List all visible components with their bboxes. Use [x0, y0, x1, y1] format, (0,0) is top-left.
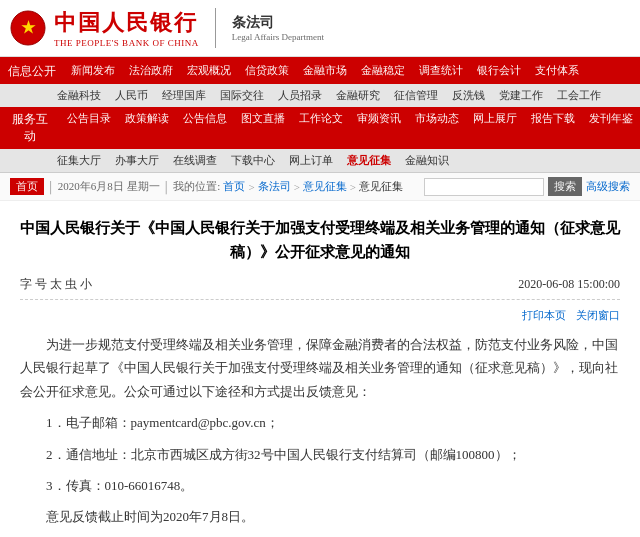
- breadcrumb-current: 意见征集: [359, 179, 403, 194]
- nav-item-rmb[interactable]: 人民币: [108, 84, 155, 107]
- body-item2: 2．通信地址：北京市西城区成方街32号中国人民银行支付结算司（邮编100800）…: [46, 443, 620, 466]
- search-area: 搜索 高级搜索: [424, 177, 630, 196]
- breadcrumb-link-home[interactable]: 首页: [223, 179, 245, 194]
- nav-item-fin-knowledge[interactable]: 金融知识: [398, 149, 456, 172]
- nav-item-audio[interactable]: 审频资讯: [350, 107, 408, 149]
- nav-item-news[interactable]: 新闻发布: [64, 59, 122, 84]
- breadcrumb-link-dept[interactable]: 条法司: [258, 179, 291, 194]
- adv-search-link[interactable]: 高级搜索: [586, 179, 630, 194]
- print-link[interactable]: 打印本页: [522, 308, 566, 323]
- search-input[interactable]: [424, 178, 544, 196]
- nav-item-report-dl[interactable]: 报告下载: [524, 107, 582, 149]
- bank-name-en: THE PEOPLE'S BANK OF CHINA: [54, 38, 199, 48]
- nav-item-aml[interactable]: 反洗钱: [445, 84, 492, 107]
- bank-name-block: 中国人民银行 THE PEOPLE'S BANK OF CHINA: [54, 8, 199, 48]
- nav-sub-items: 公告目录 政策解读 公告信息 图文直播 工作论文 审频资讯 市场动态 网上展厅 …: [60, 107, 640, 149]
- nav-item-online-survey[interactable]: 在线调查: [166, 149, 224, 172]
- breadcrumb-myloc: 我的位置:: [173, 179, 220, 194]
- nav-item-party[interactable]: 党建工作: [492, 84, 550, 107]
- nav-item-collect-hall[interactable]: 征集大厅: [50, 149, 108, 172]
- body-item1: 1．电子邮箱：paymentcard@pbc.gov.cn；: [46, 411, 620, 434]
- nav-row-3: 服务互动 公告目录 政策解读 公告信息 图文直播 工作论文 审频资讯 市场动态 …: [0, 107, 640, 149]
- breadcrumb-link-opinion1[interactable]: 意见征集: [303, 179, 347, 194]
- main-content: 中国人民银行关于《中国人民银行关于加强支付受理终端及相关业务管理的通知（征求意见…: [0, 201, 640, 537]
- nav-item-union[interactable]: 工会工作: [550, 84, 608, 107]
- search-button[interactable]: 搜索: [548, 177, 582, 196]
- breadcrumb-date: 2020年6月8日 星期一: [58, 179, 160, 194]
- nav-item-graphic[interactable]: 图文直播: [234, 107, 292, 149]
- page-header: ★ 中国人民银行 THE PEOPLE'S BANK OF CHINA 条法司 …: [0, 0, 640, 59]
- bank-emblem: ★: [10, 10, 46, 46]
- article-body: 为进一步规范支付受理终端及相关业务管理，保障金融消费者的合法权益，防范支付业务风…: [20, 333, 620, 537]
- nav-label-info: 信息公开: [0, 59, 64, 84]
- article-date: 2020-06-08 15:00:00: [518, 277, 620, 292]
- nav-item-intl[interactable]: 国际交往: [213, 84, 271, 107]
- nav-item-notice-info[interactable]: 公告信息: [176, 107, 234, 149]
- nav-item-catalog[interactable]: 公告目录: [60, 107, 118, 149]
- nav-row-4: 征集大厅 办事大厅 在线调查 下载中心 网上订单 意见征集 金融知识: [0, 149, 640, 172]
- nav-spacer2: [0, 149, 50, 172]
- nav-item-service-hall[interactable]: 办事大厅: [108, 149, 166, 172]
- breadcrumb-left: 首页 │ 2020年6月8日 星期一 │ 我的位置: 首页 > 条法司 > 意见…: [10, 178, 403, 195]
- header-divider: [215, 8, 216, 48]
- nav-item-online-hall[interactable]: 网上展厅: [466, 107, 524, 149]
- nav-wrapper: 信息公开 新闻发布 法治政府 宏观概况 信贷政策 金融市场 金融稳定 调查统计 …: [0, 59, 640, 173]
- dept-block: 条法司 Legal Affairs Department: [232, 14, 324, 42]
- nav-item-payment[interactable]: 支付体系: [528, 59, 586, 84]
- nav-item-opinion[interactable]: 意见征集: [340, 149, 398, 172]
- dept-name-en: Legal Affairs Department: [232, 32, 324, 42]
- nav-item-credit-mgmt[interactable]: 征信管理: [387, 84, 445, 107]
- nav-label-service: 服务互动: [0, 107, 60, 149]
- body-deadline: 意见反馈截止时间为2020年7月8日。: [20, 505, 620, 528]
- nav-spacer: [0, 84, 50, 107]
- article-actions: 打印本页 关闭窗口: [20, 308, 620, 323]
- nav-item-download[interactable]: 下载中心: [224, 149, 282, 172]
- article-num: 字 号 太 虫 小: [20, 276, 92, 293]
- nav-item-policy-interp[interactable]: 政策解读: [118, 107, 176, 149]
- nav-item-macro[interactable]: 宏观概况: [180, 59, 238, 84]
- nav-item-survey[interactable]: 调查统计: [412, 59, 470, 84]
- close-link[interactable]: 关闭窗口: [576, 308, 620, 323]
- nav-item-treasury[interactable]: 经理国库: [155, 84, 213, 107]
- nav-item-yearbook[interactable]: 发刊年鉴: [582, 107, 640, 149]
- article-title: 中国人民银行关于《中国人民银行关于加强支付受理终端及相关业务管理的通知（征求意见…: [20, 216, 620, 264]
- nav-item-mkt-dynamics[interactable]: 市场动态: [408, 107, 466, 149]
- header-left: ★ 中国人民银行 THE PEOPLE'S BANK OF CHINA 条法司 …: [10, 8, 324, 48]
- nav-top-items: 新闻发布 法治政府 宏观概况 信贷政策 金融市场 金融稳定 调查统计 银行会计 …: [64, 59, 640, 84]
- nav-item-law[interactable]: 法治政府: [122, 59, 180, 84]
- nav-item-credit[interactable]: 信贷政策: [238, 59, 296, 84]
- body-item3: 3．传真：010-66016748。: [46, 474, 620, 497]
- nav-second-items: 金融科技 人民币 经理国库 国际交往 人员招录 金融研究 征信管理 反洗钱 党建…: [50, 84, 640, 107]
- nav-row-1: 信息公开 新闻发布 法治政府 宏观概况 信贷政策 金融市场 金融稳定 调查统计 …: [0, 59, 640, 84]
- dept-name-cn: 条法司: [232, 14, 324, 32]
- nav-item-accounting[interactable]: 银行会计: [470, 59, 528, 84]
- nav-sub2-items: 征集大厅 办事大厅 在线调查 下载中心 网上订单 意见征集 金融知识: [50, 149, 640, 172]
- breadcrumb-home[interactable]: 首页: [10, 178, 44, 195]
- nav-item-recruit[interactable]: 人员招录: [271, 84, 329, 107]
- article-meta: 字 号 太 虫 小 2020-06-08 15:00:00: [20, 276, 620, 300]
- nav-row-2: 金融科技 人民币 经理国库 国际交往 人员招录 金融研究 征信管理 反洗钱 党建…: [0, 84, 640, 107]
- nav-item-online-order[interactable]: 网上订单: [282, 149, 340, 172]
- nav-item-market[interactable]: 金融市场: [296, 59, 354, 84]
- header-bar: ★ 中国人民银行 THE PEOPLE'S BANK OF CHINA 条法司 …: [0, 0, 640, 57]
- nav-item-research[interactable]: 金融研究: [329, 84, 387, 107]
- svg-text:★: ★: [21, 19, 36, 36]
- breadcrumb-bar: 首页 │ 2020年6月8日 星期一 │ 我的位置: 首页 > 条法司 > 意见…: [0, 173, 640, 201]
- bank-name-cn: 中国人民银行: [54, 8, 199, 38]
- bank-logo: ★: [10, 10, 46, 46]
- nav-item-paper[interactable]: 工作论文: [292, 107, 350, 149]
- body-para1: 为进一步规范支付受理终端及相关业务管理，保障金融消费者的合法权益，防范支付业务风…: [20, 333, 620, 403]
- nav-item-fintech[interactable]: 金融科技: [50, 84, 108, 107]
- nav-item-stability[interactable]: 金融稳定: [354, 59, 412, 84]
